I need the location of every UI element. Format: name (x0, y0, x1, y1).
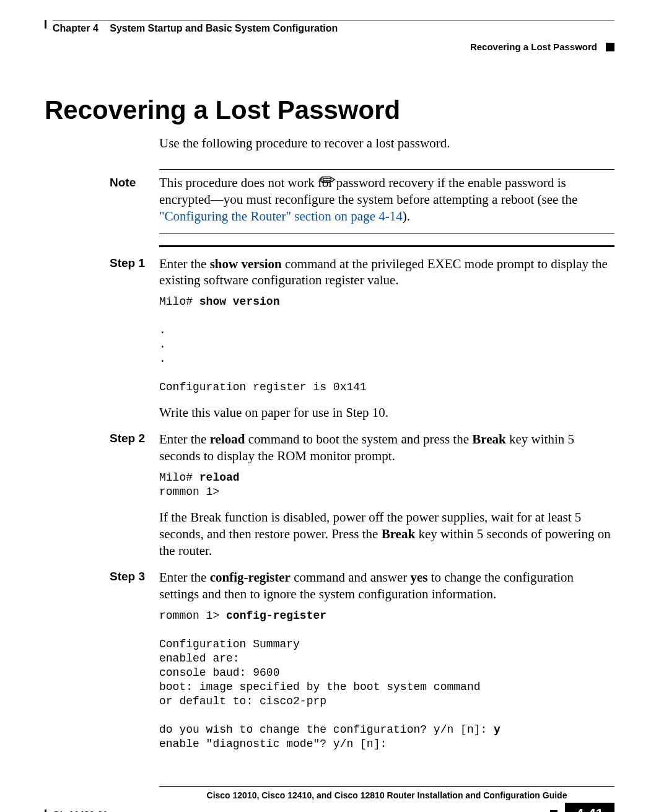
header-marker-icon (606, 43, 614, 51)
step2-paragraph: Enter the reload command to boot the sys… (159, 431, 614, 465)
step-separator (159, 245, 614, 247)
chapter-number: Chapter 4 (53, 23, 98, 33)
note-text-after: ). (403, 209, 410, 224)
section-title: Recovering a Lost Password (470, 41, 597, 52)
note-rule-bottom (159, 234, 614, 234)
step2-code: Milo# reload rommon 1> (159, 471, 614, 499)
footer-guide-title: Cisco 12010, Cisco 12410, and Cisco 1281… (159, 786, 614, 800)
note-label: Note (110, 175, 159, 231)
footer-doc-number: OL-11496-01 (53, 809, 108, 812)
step1-paragraph: Enter the show version command at the pr… (159, 256, 614, 289)
step2-followup: If the Break function is disabled, power… (159, 509, 614, 559)
note-rule-top (159, 169, 614, 170)
intro-paragraph: Use the following procedure to recover a… (159, 135, 614, 152)
step3-paragraph: Enter the config-register command and an… (159, 569, 614, 603)
step3-code: rommon 1> config-register Configuration … (159, 609, 614, 751)
step3-label: Step 3 (110, 569, 159, 761)
step1-code: Milo# show version . . . Configuration r… (159, 295, 614, 395)
note-body: This procedure does not work for passwor… (159, 175, 614, 231)
note-link[interactable]: "Configuring the Router" section on page… (159, 209, 403, 224)
page-number-badge: 4-41 (565, 803, 614, 812)
note-text: This procedure does not work for passwor… (159, 175, 577, 207)
chapter-title: System Startup and Basic System Configur… (110, 23, 338, 33)
step2-label: Step 2 (110, 431, 159, 565)
running-header: Chapter 4 System Startup and Basic Syste… (53, 23, 614, 34)
page-title: Recovering a Lost Password (45, 95, 614, 125)
step1-label: Step 1 (110, 256, 159, 428)
step1-note: Write this value on paper for use in Ste… (159, 404, 614, 421)
